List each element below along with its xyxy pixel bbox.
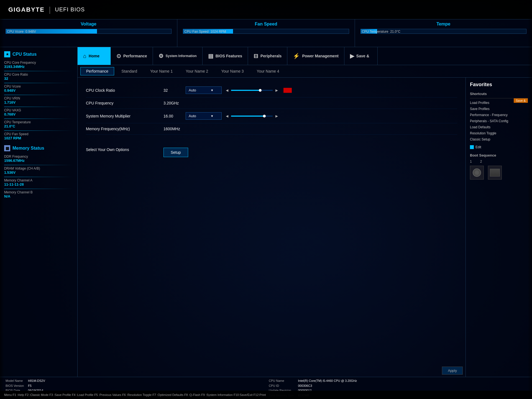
slider-left-btn-2[interactable]: ◀ [224, 114, 230, 119]
home-icon: ⌂ [83, 53, 86, 59]
temperature-section: Tempe CPU Temperature 21.0°C [355, 19, 532, 47]
temp-label: CPU Temperature 21.0°C [362, 30, 400, 34]
favorites-panel: Favorites Shortcuts Save & Load Profiles… [466, 78, 532, 377]
sub-tab-name2[interactable]: Your Name 2 [180, 67, 214, 75]
cpu-name-key: CPU Name [269, 378, 294, 383]
mem-field-2: Memory Channel A 11-11-11-28 [4, 178, 73, 186]
setting-row-1: CPU Frequency 3.20GHz [86, 98, 457, 109]
mem-field-3: Memory Channel B N/A [4, 190, 73, 198]
shortcut-5[interactable]: Resolution Toggle [470, 130, 528, 136]
setting-row-0: CPU Clock Ratio 32 Auto ▾ ◀ ▶ [86, 83, 457, 98]
fan-speed-section: Fan Speed CPU Fan Speed 1024 RPM [177, 19, 355, 47]
sub-tab-standard[interactable]: Standard [116, 67, 143, 75]
slider-track-2[interactable] [231, 116, 273, 117]
dropdown-2[interactable]: Auto ▾ [186, 112, 222, 120]
shortcut-3[interactable]: Peripherals - SATA Config [470, 118, 528, 124]
edit-checkbox[interactable] [470, 145, 474, 149]
bios-icon: ▤ [208, 53, 213, 59]
bottom-info-bar: Model Name BIOS Version BIOS Date BIOS I… [0, 377, 532, 391]
memory-status-block: ▦ Memory Status DDR Frequency 1596.67MHz… [4, 145, 73, 198]
cpu-fields: CPU Core Frequency 3193.34MHz CPU Core R… [4, 61, 73, 140]
divider-3 [4, 107, 73, 107]
save-badge: Save & [514, 98, 528, 103]
boot-numbers: 1 2 [470, 160, 528, 163]
tab-system-info[interactable]: ⚙ System Information [153, 47, 203, 65]
mem-divider-1 [4, 177, 73, 177]
left-panel: ★ CPU Status CPU Core Frequency 3193.34M… [0, 47, 78, 377]
slider-thumb-2 [263, 115, 266, 117]
setting-value-3: 1600MHz [163, 127, 186, 131]
brand-divider: | [49, 5, 51, 14]
content-panel: CPU Clock Ratio 32 Auto ▾ ◀ ▶ CPU Freque… [78, 78, 466, 377]
divider-5 [4, 131, 73, 131]
shortcut-2[interactable]: Performance - Frequency [470, 112, 528, 118]
boot-icons [470, 166, 528, 180]
setting-label-3: Memory Frequency(MHz) [86, 127, 163, 131]
cpu-field-3: CPU VRIN 1.716V [4, 96, 73, 104]
setting-label-2: System Memory Multiplier [86, 114, 163, 118]
setting-value-2: 16.00 [163, 114, 186, 118]
slider-track-0[interactable] [231, 90, 273, 91]
sub-tab-performance[interactable]: Performance [80, 67, 114, 75]
optical-drive-icon [473, 168, 481, 177]
shortcut-1[interactable]: Save Profiles [470, 106, 528, 112]
setup-button[interactable]: Setup [163, 148, 188, 157]
memory-icon: ▦ [4, 145, 10, 151]
slider-left-btn-0[interactable]: ◀ [224, 88, 230, 93]
tab-power-mgmt[interactable]: ⚡ Power Management [287, 47, 344, 65]
slider-right-btn-2[interactable]: ▶ [274, 114, 279, 119]
mem-divider-2 [4, 189, 73, 189]
slider-fill-0 [231, 90, 260, 91]
sub-tab-bar: Performance Standard Your Name 1 Your Na… [78, 65, 532, 78]
slider-fill-2 [231, 116, 264, 117]
mem-field-1: DRAM Voltage (CH A/B) 1.536V [4, 167, 73, 175]
shortcuts-title: Shortcuts [470, 92, 528, 96]
setting-row-2: System Memory Multiplier 16.00 Auto ▾ ◀ … [86, 109, 457, 123]
fan-bar: CPU Fan Speed 1024 RPM [183, 29, 349, 34]
tab-bios-features[interactable]: ▤ BIOS Features [203, 47, 248, 65]
mem-divider-0 [4, 165, 73, 165]
boot-num-1: 1 [470, 160, 472, 163]
boot-icon-2[interactable] [488, 166, 502, 180]
nav-bar: ⌂ Home ⊙ Performance ⚙ System Informatio… [78, 47, 532, 65]
sub-tab-name1[interactable]: Your Name 1 [144, 67, 178, 75]
boot-num-2: 2 [480, 160, 482, 163]
shortcut-6[interactable]: Classic Setup [470, 136, 528, 142]
setting-label-0: CPU Clock Ratio [86, 88, 163, 93]
dropdown-0[interactable]: Auto ▾ [186, 86, 222, 94]
cpu-id-key: CPU ID [269, 383, 294, 388]
boot-icon-1[interactable] [470, 166, 484, 180]
slider-2: ◀ ▶ [224, 114, 279, 119]
setting-value-0: 32 [163, 88, 186, 93]
brand-gigabyte: GIGABYTE [8, 6, 45, 13]
slider-right-btn-0[interactable]: ▶ [274, 88, 279, 93]
fan-label: CPU Fan Speed 1024 RPM [184, 30, 226, 34]
cpu-field-2: CPU Vcore 0.948V [4, 85, 73, 93]
boot-seq-title: Boot Sequence [470, 153, 528, 157]
tab-performance[interactable]: ⊙ Performance [111, 47, 153, 65]
hdd-icon [490, 169, 500, 177]
apply-button[interactable]: Apply [442, 367, 463, 375]
tab-peripherals[interactable]: ⊟ Peripherals [248, 47, 287, 65]
save-icon: ▶ [350, 53, 354, 59]
model-name-key: Model Name [6, 378, 24, 383]
setting-row-3: Memory Frequency(MHz) 1600MHz [86, 123, 457, 135]
cpu-field-5: CPU Temperature 21.0°C [4, 120, 73, 128]
slider-thumb-0 [259, 89, 262, 92]
tab-save-exit[interactable]: ▶ Save & [344, 47, 378, 65]
setting-label-1: CPU Frequency [86, 101, 163, 105]
cpu-field-4: CPU VAXG 0.768V [4, 108, 73, 116]
tab-home[interactable]: ⌂ Home [78, 47, 111, 65]
red-indicator-0 [283, 88, 292, 93]
fan-speed-title: Fan Speed [183, 22, 349, 27]
sub-tab-name3[interactable]: Your Name 3 [215, 67, 249, 75]
shortcut-4[interactable]: Load Defaults [470, 124, 528, 130]
bios-version-key: BIOS Version [6, 383, 24, 388]
slider-0: ◀ ▶ [224, 88, 292, 93]
temperature-title: Tempe [360, 22, 526, 27]
bios-version-val: F5 [28, 383, 263, 388]
edit-label: Edit [475, 145, 481, 149]
performance-icon: ⊙ [116, 53, 121, 59]
divider-0 [4, 71, 73, 71]
sub-tab-name4[interactable]: Your Name 4 [251, 67, 285, 75]
